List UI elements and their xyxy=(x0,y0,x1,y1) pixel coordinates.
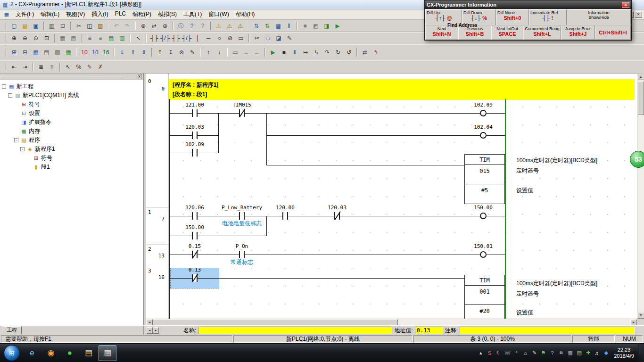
address-field[interactable]: 0.13 xyxy=(415,327,443,334)
monitor-mode-button[interactable]: ◨ xyxy=(322,21,332,31)
taskbar-clock[interactable]: 22:23 2018/4/9 xyxy=(614,347,634,359)
show-grid-button[interactable]: ▦ xyxy=(58,33,68,43)
coil-150-00[interactable] xyxy=(480,213,487,219)
tray-moon-icon[interactable]: ☾ xyxy=(495,349,503,357)
select-tool-button[interactable]: ↖ xyxy=(133,33,143,43)
tim-instruction-block[interactable]: TIM 001 #20 xyxy=(464,275,505,319)
menu-view[interactable]: 视图(V) xyxy=(63,9,88,19)
clear-bookmark-button[interactable]: ✗ xyxy=(95,62,106,72)
sim-stop-button[interactable]: ■ xyxy=(279,47,289,58)
contact-121-00[interactable] xyxy=(192,109,198,117)
taskbar-ie-icon[interactable]: e xyxy=(23,345,41,361)
comment-field[interactable] xyxy=(460,327,635,334)
tree-item-programs[interactable]: - ▤ 程序 xyxy=(0,136,143,145)
workspace-close-icon[interactable]: ✕ xyxy=(137,74,142,79)
tab-project[interactable]: 工程 xyxy=(2,326,22,334)
differentiate-up-button[interactable]: ↑ xyxy=(203,47,214,58)
horizontal-line-button[interactable]: ─ xyxy=(203,33,214,43)
tree-item-new-program[interactable]: - ◈ 新程序1 xyxy=(0,145,143,154)
help-button[interactable]: ? xyxy=(187,21,197,31)
tray-phone-icon[interactable]: ☏ xyxy=(504,349,512,357)
tree-item-section1[interactable]: ▮ 段1 xyxy=(0,163,143,172)
menu-insert[interactable]: 插入(I) xyxy=(88,9,111,19)
vertical-scroll-thumb[interactable] xyxy=(638,81,644,115)
vertical-line-button[interactable]: │ xyxy=(192,33,203,43)
taskbar-browser-icon[interactable]: ● xyxy=(61,345,79,361)
save-project-button[interactable]: ▣ xyxy=(31,21,41,31)
find-address-button[interactable]: ⊕ xyxy=(160,21,170,31)
address-reference-button[interactable]: ⊟ xyxy=(20,47,30,58)
menu-edit[interactable]: 编辑(E) xyxy=(37,9,63,19)
tree-expander-icon[interactable]: - xyxy=(2,84,6,89)
indent-increase-button[interactable]: ⇥ xyxy=(20,62,30,72)
closed-contact-0-13[interactable] xyxy=(192,274,198,282)
new-or-closed-contact-button[interactable]: ┤/├ xyxy=(182,33,192,43)
closed-contact-0-15[interactable] xyxy=(192,251,198,258)
pause-monitor-button[interactable]: ‖ xyxy=(284,21,294,31)
show-rungs-button[interactable]: ▤ xyxy=(68,33,79,43)
run-mode-button[interactable]: ▶ xyxy=(332,21,343,31)
sim-step-button[interactable]: ↦ xyxy=(300,47,311,58)
tree-item-symbols[interactable]: ⊞ 符号 xyxy=(0,100,143,109)
new-closed-coil-button[interactable]: ⊘ xyxy=(225,33,235,43)
coil-102-09[interactable] xyxy=(480,110,487,116)
local-symbols-button[interactable]: ≡ xyxy=(84,33,95,43)
tree-expander-icon[interactable]: - xyxy=(14,138,18,142)
bookmark-button[interactable]: ✎ xyxy=(84,62,95,72)
force-on-button[interactable]: ↥ xyxy=(155,47,165,58)
tray-pen-icon[interactable]: ✎ xyxy=(530,349,538,357)
font-size-10b-button[interactable]: 10 xyxy=(90,47,100,58)
tree-item-memory[interactable]: ▦ 内存 xyxy=(0,127,143,136)
tree-item-plc[interactable]: - ▥ 新PLC1[CQM1H] 离线 xyxy=(0,91,143,100)
auto-online-button[interactable]: ⇅ xyxy=(262,21,272,31)
tray-expand-icon[interactable]: ▴ xyxy=(477,349,485,357)
scroll-up-icon[interactable]: ▲ xyxy=(637,74,644,80)
force-cancel-button[interactable]: ⊗ xyxy=(176,47,187,58)
overlay-counter-badge[interactable]: 53 xyxy=(630,151,644,168)
print-preview-button[interactable]: ⊡ xyxy=(58,21,68,31)
contact-p-on[interactable] xyxy=(239,251,245,258)
coil-102-04[interactable] xyxy=(480,132,487,139)
monitor-button[interactable]: ▦ xyxy=(273,21,283,31)
section-list-button[interactable]: ▤ xyxy=(106,33,116,43)
rung-comment-list-button[interactable]: ≣ xyxy=(36,62,46,72)
print-button[interactable]: ▥ xyxy=(47,21,57,31)
new-closed-contact-button[interactable]: ┤/├ xyxy=(160,33,170,43)
menu-window[interactable]: 窗口(W) xyxy=(205,9,232,19)
cut-button[interactable]: ✂ xyxy=(74,21,84,31)
io-table-button[interactable]: ▤ xyxy=(41,47,52,58)
usage-rate-button[interactable]: % xyxy=(74,62,84,72)
force-off-button[interactable]: ↧ xyxy=(165,47,176,58)
taskbar-wmp-icon[interactable]: ◉ xyxy=(42,345,60,361)
compile-button[interactable]: ⚠ xyxy=(224,21,235,31)
copy-button[interactable]: ◫ xyxy=(84,21,95,31)
vertical-scrollbar[interactable]: ▲ ▼ xyxy=(637,74,644,319)
mdi-close-button[interactable]: ✕ xyxy=(635,11,642,18)
tray-shield-icon[interactable]: ✚ xyxy=(584,349,592,357)
zoom-reset-button[interactable]: ⊡ xyxy=(41,33,52,43)
cross-reference-button[interactable]: ⊞ xyxy=(9,47,19,58)
upload-from-plc-button[interactable]: ⇑ xyxy=(128,47,138,58)
zoom-in-button[interactable]: ⊕ xyxy=(9,33,19,43)
online-edit-button[interactable]: ▭ xyxy=(230,47,240,58)
delete-column-button[interactable]: ✂ xyxy=(252,33,262,43)
tray-wifi-icon[interactable]: ≋ xyxy=(557,349,565,357)
scroll-down-icon[interactable]: ▼ xyxy=(637,312,644,319)
tree-item-settings[interactable]: ⊡ 设置 xyxy=(0,109,143,118)
online-edit-cancel-button[interactable]: ← xyxy=(252,47,262,58)
go-to-rung-button[interactable]: ↖ xyxy=(63,62,73,72)
tray-chart-icon[interactable]: ▤ xyxy=(575,349,583,357)
sync-button[interactable]: ⇄ xyxy=(360,47,370,58)
workspace-grip[interactable] xyxy=(1,76,123,77)
tray-degree-icon[interactable]: ° xyxy=(512,349,520,357)
tree-item-new-project[interactable]: - ▦ 新工程 xyxy=(0,82,143,91)
new-or-contact-button[interactable]: ┤├ xyxy=(171,33,181,43)
zoom-out-button[interactable]: ⊖ xyxy=(20,33,30,43)
coil-150-01[interactable] xyxy=(480,251,487,258)
menu-tools[interactable]: 工具(T) xyxy=(180,9,205,19)
comment-list-button[interactable]: ≡ xyxy=(47,62,57,72)
global-symbols-button[interactable]: ≡ xyxy=(95,33,106,43)
sim-run-button[interactable]: ▶ xyxy=(268,47,278,58)
new-instruction-button[interactable]: ▭ xyxy=(236,33,246,43)
tray-flag-icon[interactable]: ⚑ xyxy=(539,349,547,357)
